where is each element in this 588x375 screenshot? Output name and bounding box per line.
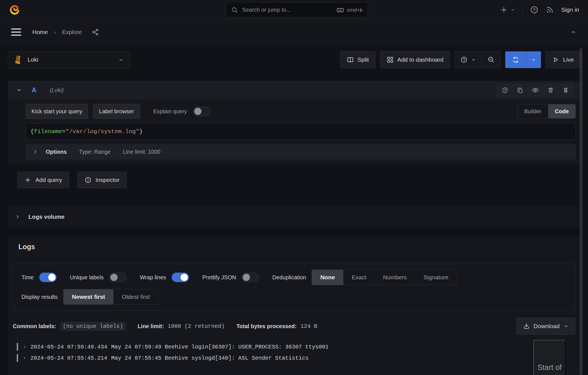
chevron-down-icon [471, 57, 476, 62]
query-editor-body: Kick start your query Label browser Expl… [8, 99, 580, 165]
chevron-down-icon [118, 57, 124, 63]
explain-query-field: Explain query [153, 107, 210, 116]
datasource-name: Loki [28, 56, 118, 63]
svg-text:?: ? [504, 88, 506, 92]
collapse-controls-button[interactable] [570, 28, 577, 36]
dedup-option-exact[interactable]: Exact [343, 270, 375, 285]
inspector-button[interactable]: Inspector [77, 172, 127, 188]
grafana-logo-icon[interactable] [9, 4, 21, 16]
options-line-limit: Line limit: 1000 [123, 149, 161, 155]
logql-query-input[interactable]: {filename="/var/log/system.log"} [26, 123, 576, 140]
run-query-refresh-button[interactable] [505, 51, 526, 68]
keyboard-icon [336, 6, 344, 14]
dedup-option-numbers[interactable]: Numbers [375, 270, 415, 285]
editor-mode-builder[interactable]: Builder [517, 104, 548, 118]
sign-in-link[interactable]: Sign in [561, 6, 579, 13]
line-limit-label: Line limit: [138, 323, 164, 330]
news-button[interactable] [546, 6, 554, 14]
chevron-down-icon [531, 57, 536, 62]
unique-labels-toggle[interactable] [109, 273, 127, 282]
display-results-label: Display results [21, 294, 58, 300]
breadcrumb-home[interactable]: Home [32, 29, 48, 35]
play-icon [552, 56, 559, 63]
apps-grid-icon [387, 56, 394, 63]
new-menu-button[interactable] [500, 6, 515, 14]
display-newest-first[interactable]: Newest first [64, 289, 113, 304]
logs-panel: Logs Time Unique labels Wrap lines Prett… [8, 237, 580, 375]
download-button[interactable]: Download [516, 318, 575, 335]
menu-toggle-button[interactable] [11, 28, 21, 36]
search-input[interactable]: Search or jump to... cmd+k [226, 2, 368, 18]
time-picker-group [455, 51, 500, 68]
display-results-radio-group: Newest first Oldest first [63, 289, 158, 305]
bytes-processed-label: Total bytes processed: [236, 323, 297, 330]
plus-icon [500, 6, 508, 14]
log-level-bar [17, 343, 18, 351]
options-title: Options [46, 149, 67, 155]
dedup-option-none[interactable]: None [312, 270, 343, 285]
duplicate-query-icon[interactable] [517, 87, 523, 93]
kick-start-query-button[interactable]: Kick start your query [26, 104, 88, 119]
share-button[interactable] [91, 28, 99, 36]
query-token-close-brace: } [139, 128, 143, 135]
log-rows-list: 2024-05-24 07:59:49.434 May 24 07:59:49 … [17, 341, 575, 364]
breadcrumb-explore[interactable]: Explore [62, 29, 82, 35]
refresh-interval-dropdown[interactable] [526, 51, 541, 68]
dedup-option-signature[interactable]: Signature [415, 270, 457, 285]
wrap-lines-toggle[interactable] [172, 273, 189, 282]
explore-toolbar: Loki Split Add to dashboard [8, 51, 580, 68]
time-toggle[interactable] [39, 273, 57, 282]
datasource-picker[interactable]: Loki [8, 51, 130, 68]
chevron-down-icon [563, 323, 569, 329]
clock-icon [460, 56, 468, 63]
log-timestamp: 2024-05-24 07:59:49.434 [30, 344, 107, 350]
start-of-range-button[interactable]: Start of range [533, 340, 566, 375]
log-row[interactable]: 2024-05-24 07:59:49.434 May 24 07:59:49 … [17, 341, 575, 352]
explain-query-toggle[interactable] [193, 107, 210, 116]
log-row[interactable]: 2024-05-24 07:55:45.214 May 24 07:55:45 … [17, 352, 575, 364]
query-help-icon[interactable]: ? [502, 87, 508, 93]
help-icon: ? [530, 6, 538, 14]
label-browser-button[interactable]: Label browser [93, 104, 140, 119]
editor-mode-code[interactable]: Code [548, 104, 575, 118]
query-collapse-button[interactable] [13, 87, 25, 93]
info-circle-icon [84, 176, 92, 184]
unique-labels-toggle-label: Unique labels [70, 274, 104, 281]
toolbar-actions: Split Add to dashboard [340, 51, 580, 68]
scrollbar-thumb[interactable] [580, 48, 582, 375]
chevron-right-icon [14, 214, 21, 220]
zoom-out-time-button[interactable] [482, 52, 500, 68]
add-to-dashboard-button[interactable]: Add to dashboard [380, 51, 450, 68]
log-expand-chevron-icon[interactable] [22, 344, 27, 349]
drag-handle-icon[interactable] [562, 87, 569, 93]
live-button[interactable]: Live [546, 51, 580, 68]
bytes-processed-value: 124 B [300, 323, 317, 330]
remove-query-trash-icon[interactable] [547, 87, 554, 93]
log-message: May 24 07:55:45 Beehive syslogd[340]: AS… [111, 355, 308, 361]
hide-query-eye-icon[interactable] [532, 86, 539, 94]
query-token-label: filename [34, 128, 62, 135]
logs-panel-title: Logs [18, 243, 575, 251]
breadcrumb: Home › Explore [32, 29, 82, 35]
wrap-lines-toggle-label: Wrap lines [140, 274, 166, 281]
help-button[interactable]: ? [530, 6, 538, 14]
prettify-json-toggle-field: Prettify JSON [202, 273, 259, 282]
add-query-button[interactable]: Add query [17, 172, 69, 188]
refresh-button-group [505, 51, 541, 68]
query-token-open-brace: { [30, 128, 34, 135]
display-results-row: Display results Newest first Oldest firs… [21, 289, 567, 305]
query-editor-toolbar: Kick start your query Label browser Expl… [26, 104, 576, 119]
common-labels-meta: Common labels: (no unique labels) [13, 322, 126, 331]
display-oldest-first[interactable]: Oldest first [113, 289, 158, 304]
prettify-json-toggle[interactable] [242, 273, 259, 282]
query-options-row[interactable]: Options Type: Range Line limit: 1000 [26, 144, 576, 160]
logs-volume-section[interactable]: Logs volume [8, 206, 580, 227]
time-picker-button[interactable] [455, 52, 482, 68]
split-button[interactable]: Split [340, 51, 375, 68]
log-expand-chevron-icon[interactable] [22, 355, 27, 360]
rss-icon [546, 6, 554, 14]
query-ref-id[interactable]: A [32, 86, 37, 94]
search-placeholder: Search or jump to... [242, 7, 336, 13]
zoom-out-icon [487, 56, 495, 63]
log-timestamp: 2024-05-24 07:55:45.214 [30, 355, 107, 361]
